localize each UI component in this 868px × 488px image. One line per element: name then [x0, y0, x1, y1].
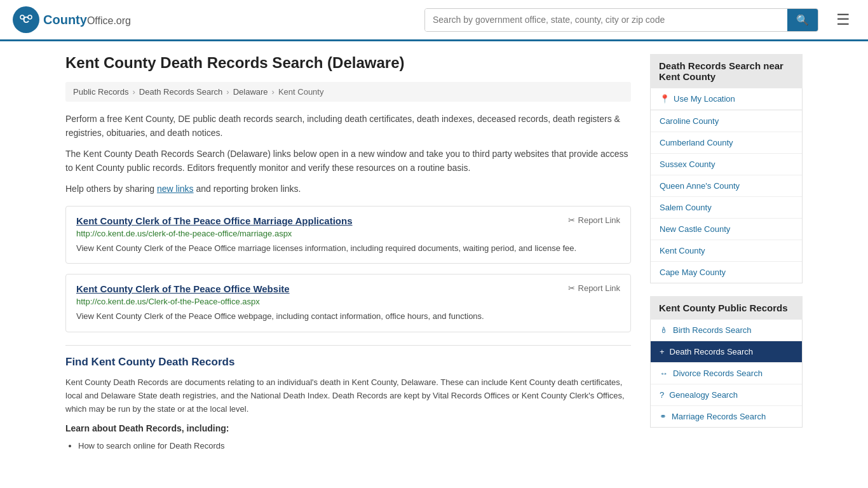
- search-bar: 🔍: [424, 8, 818, 32]
- public-records-list: 🕯 Birth Records Search + Death Records S…: [650, 320, 803, 428]
- result-title-2[interactable]: Kent County Clerk of The Peace Office We…: [76, 283, 290, 294]
- pr-marriage[interactable]: ⚭ Marriage Records Search: [651, 406, 802, 427]
- find-section-desc: Kent County Death Records are documents …: [65, 376, 631, 416]
- report-link-2[interactable]: ✂ Report Link: [568, 283, 620, 293]
- use-location-item[interactable]: 📍 Use My Location: [651, 88, 802, 111]
- nearby-queen-annes[interactable]: Queen Anne's County: [651, 175, 802, 197]
- result-url-2[interactable]: http://co.kent.de.us/Clerk-of-the-Peace-…: [76, 297, 620, 306]
- question-icon: ?: [660, 390, 664, 400]
- main-container: Kent County Death Records Search (Delawa…: [53, 41, 815, 466]
- arrows-icon: ↔: [660, 369, 668, 378]
- result-card-1: Kent County Clerk of The Peace Office Ma…: [65, 206, 631, 264]
- logo-text: CountyOffice.org: [43, 13, 131, 27]
- breadcrumb-death-records[interactable]: Death Records Search: [139, 87, 223, 97]
- nearby-header: Death Records Search near Kent County: [650, 54, 803, 88]
- pr-genealogy[interactable]: ? Genealogy Search: [651, 384, 802, 406]
- result-card-2: Kent County Clerk of The Peace Office We…: [65, 274, 631, 332]
- hamburger-menu[interactable]: ☰: [831, 8, 855, 31]
- new-links-link[interactable]: new links: [157, 184, 194, 194]
- scissors-icon-2: ✂: [568, 283, 575, 293]
- search-input[interactable]: [425, 9, 787, 31]
- nearby-caroline[interactable]: Caroline County: [651, 111, 802, 132]
- public-records-section: Kent County Public Records 🕯 Birth Recor…: [650, 296, 803, 428]
- description-3: Help others by sharing new links and rep…: [65, 182, 631, 196]
- nearby-kent[interactable]: Kent County: [651, 240, 802, 262]
- header: C CountyOffice.org 🔍 ☰: [0, 0, 868, 41]
- breadcrumb-delaware[interactable]: Delaware: [233, 87, 268, 97]
- nearby-list: 📍 Use My Location Caroline County Cumber…: [650, 88, 803, 283]
- report-link-1[interactable]: ✂ Report Link: [568, 215, 620, 225]
- description-2: The Kent County Death Records Search (De…: [65, 147, 631, 175]
- nearby-salem[interactable]: Salem County: [651, 197, 802, 219]
- content-area: Kent County Death Records Search (Delawa…: [65, 54, 631, 454]
- logo-icon: C: [13, 6, 39, 33]
- nearby-new-castle[interactable]: New Castle County: [651, 219, 802, 240]
- sidebar: Death Records Search near Kent County 📍 …: [650, 54, 803, 454]
- plus-icon: +: [660, 347, 665, 356]
- result-title-1[interactable]: Kent County Clerk of The Peace Office Ma…: [76, 215, 353, 226]
- marriage-icon: ⚭: [660, 412, 667, 421]
- pr-birth[interactable]: 🕯 Birth Records Search: [651, 320, 802, 341]
- location-pin-icon: 📍: [660, 94, 670, 104]
- scissors-icon: ✂: [568, 215, 575, 225]
- logo[interactable]: C CountyOffice.org: [13, 6, 131, 33]
- public-records-header: Kent County Public Records: [650, 296, 803, 320]
- nearby-section: Death Records Search near Kent County 📍 …: [650, 54, 803, 283]
- result-title-row-2: Kent County Clerk of The Peace Office We…: [76, 283, 620, 294]
- breadcrumb-public-records[interactable]: Public Records: [73, 87, 128, 97]
- search-button[interactable]: 🔍: [787, 9, 818, 31]
- find-section-title: Find Kent County Death Records: [65, 356, 631, 369]
- breadcrumb-kent-county: Kent County: [278, 87, 324, 97]
- pr-death[interactable]: + Death Records Search: [651, 341, 802, 363]
- learn-title: Learn about Death Records, including:: [65, 423, 631, 433]
- pr-divorce[interactable]: ↔ Divorce Records Search: [651, 363, 802, 384]
- use-location[interactable]: 📍 Use My Location: [651, 88, 802, 110]
- result-url-1[interactable]: http://co.kent.de.us/clerk-of-the-peace-…: [76, 229, 620, 238]
- result-desc-1: View Kent County Clerk of the Peace Offi…: [76, 242, 620, 255]
- description-1: Perform a free Kent County, DE public de…: [65, 112, 631, 140]
- page-title: Kent County Death Records Search (Delawa…: [65, 54, 631, 72]
- nearby-cape-may[interactable]: Cape May County: [651, 262, 802, 283]
- result-title-row-1: Kent County Clerk of The Peace Office Ma…: [76, 215, 620, 226]
- nearby-sussex[interactable]: Sussex County: [651, 154, 802, 175]
- bullet-list: How to search online for Death Records: [78, 438, 631, 453]
- result-desc-2: View Kent County Clerk of the Peace Offi…: [76, 310, 620, 323]
- bullet-item-1: How to search online for Death Records: [78, 438, 631, 453]
- candle-icon: 🕯: [660, 325, 668, 335]
- find-section: Find Kent County Death Records Kent Coun…: [65, 345, 631, 454]
- breadcrumb: Public Records › Death Records Search › …: [65, 82, 631, 102]
- nearby-cumberland[interactable]: Cumberland County: [651, 132, 802, 154]
